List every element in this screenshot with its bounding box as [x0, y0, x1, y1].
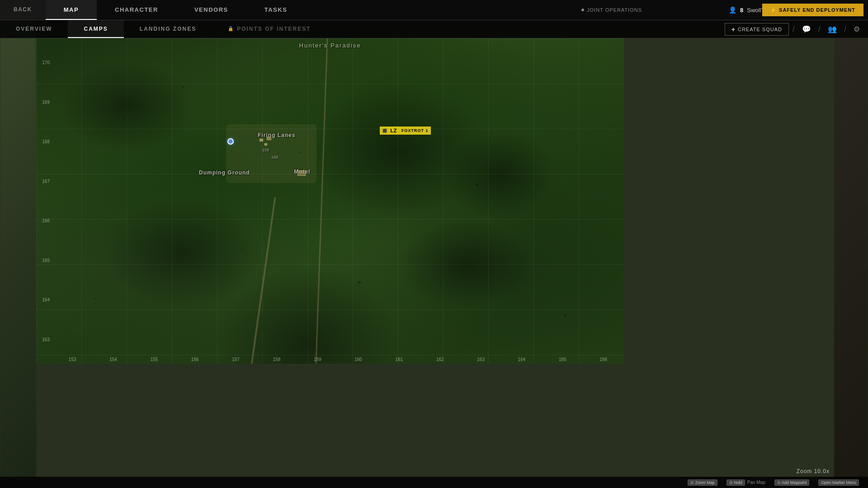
building-indicator-1	[259, 139, 263, 141]
squad-icon: 👥	[828, 25, 837, 33]
character-tab[interactable]: CHARACTER	[97, 0, 176, 20]
tasks-tab[interactable]: TASKS	[246, 0, 306, 20]
x-label-154: 154	[109, 357, 117, 362]
map-number-168: 168	[271, 155, 278, 160]
y-label-170: 170	[36, 60, 52, 65]
background-left	[0, 0, 36, 488]
separator-2: /	[818, 24, 821, 34]
end-deployment-button[interactable]: SAFELY END DEPLOYMENT	[762, 4, 863, 16]
separator-3: /	[844, 24, 846, 34]
joint-ops-indicator	[581, 9, 584, 11]
lz-number: LZ	[389, 127, 399, 134]
nav-tabs: BACK MAP CHARACTER VENDORS TASKS	[0, 0, 305, 20]
zoom-key: ⊙ Zoom Map	[688, 479, 717, 486]
map-tab[interactable]: MAP	[46, 0, 97, 20]
y-label-165: 165	[36, 258, 52, 263]
map-location-title: Hunter's Paradise	[299, 42, 361, 49]
zoom-hint: ⊙ Zoom Map	[688, 479, 717, 486]
settings-icon: ⚙	[854, 25, 860, 33]
secondary-tabs: OVERVIEW CAMPS LANDING ZONES POINTS OF I…	[0, 20, 327, 38]
map-container[interactable]: Hunter's Paradise 170 169 168 167 166 16…	[36, 38, 624, 364]
settings-button[interactable]: ⚙	[850, 23, 863, 36]
joint-ops-label: JOINT OPERATIONS	[587, 7, 642, 13]
landing-zones-tab[interactable]: LANDING ZONES	[124, 20, 212, 38]
secondary-right-actions: CREATE SQUAD / 💬 / 👥 / ⚙	[725, 23, 863, 36]
x-label-159: 159	[314, 357, 321, 362]
lz-label: FOXTROT 1	[401, 128, 429, 133]
zoom-indicator: Zoom 10.0x	[797, 468, 830, 474]
marker-hint: Open Marker Menu	[818, 479, 859, 486]
y-label-167: 167	[36, 179, 52, 184]
x-label-165: 165	[559, 357, 566, 362]
squad-button[interactable]: 👥	[824, 23, 840, 36]
player-icon: 👤	[729, 6, 736, 14]
separator-1: /	[793, 24, 795, 34]
background-right	[834, 0, 868, 488]
x-label-160: 160	[354, 357, 362, 362]
vendors-tab[interactable]: VENDORS	[176, 0, 246, 20]
lz-marker[interactable]: LZ FOXTROT 1	[380, 127, 431, 135]
x-label-153: 153	[69, 357, 76, 362]
player-count: 8	[740, 7, 743, 14]
overview-tab[interactable]: OVERVIEW	[0, 20, 68, 38]
waypoint-key: ⊙ Add Waypoint	[774, 479, 810, 486]
camps-tab[interactable]: CAMPS	[68, 20, 123, 38]
x-label-156: 156	[191, 357, 199, 362]
y-label-166: 166	[36, 218, 52, 223]
points-of-interest-tab[interactable]: POINTS OF INTEREST	[212, 20, 326, 38]
map-grid	[36, 38, 624, 364]
y-label-163: 163	[36, 337, 52, 342]
top-nav: BACK MAP CHARACTER VENDORS TASKS JOINT O…	[0, 0, 868, 20]
x-label-164: 164	[518, 357, 526, 362]
bottom-bar: ⊙ Zoom Map ⊙ Hold Pan Map ⊙ Add Waypoint…	[0, 477, 868, 488]
y-axis-labels: 170 169 168 167 166 165 164 163	[36, 38, 52, 364]
marker-key: Open Marker Menu	[818, 479, 859, 486]
joint-operations[interactable]: JOINT OPERATIONS	[581, 7, 642, 13]
waypoint-hint: ⊙ Add Waypoint	[774, 479, 810, 486]
pan-label: Pan Map	[747, 480, 765, 485]
chat-icon: 💬	[802, 25, 811, 33]
x-label-163: 163	[477, 357, 485, 362]
back-tab[interactable]: BACK	[0, 0, 46, 20]
y-label-164: 164	[36, 297, 52, 302]
x-label-158: 158	[273, 357, 281, 362]
player-position-marker	[227, 138, 234, 145]
pan-key: ⊙ Hold	[726, 479, 745, 486]
building-indicator-2	[264, 143, 267, 145]
x-label-161: 161	[396, 357, 403, 362]
x-axis-labels: 153 154 155 156 157 158 159 160 161 162 …	[52, 355, 624, 364]
pan-hint: ⊙ Hold Pan Map	[726, 479, 765, 486]
x-label-157: 157	[232, 357, 240, 362]
secondary-nav: OVERVIEW CAMPS LANDING ZONES POINTS OF I…	[0, 20, 868, 38]
building-indicator-3	[267, 137, 271, 140]
x-label-155: 155	[151, 357, 158, 362]
map-number-159: 159	[262, 148, 269, 152]
y-label-169: 169	[36, 100, 52, 105]
x-label-166: 166	[599, 357, 607, 362]
chat-button[interactable]: 💬	[798, 23, 815, 36]
create-squad-button[interactable]: CREATE SQUAD	[725, 23, 789, 36]
x-label-162: 162	[436, 357, 444, 362]
motel-building	[297, 170, 306, 176]
y-label-168: 168	[36, 139, 52, 144]
